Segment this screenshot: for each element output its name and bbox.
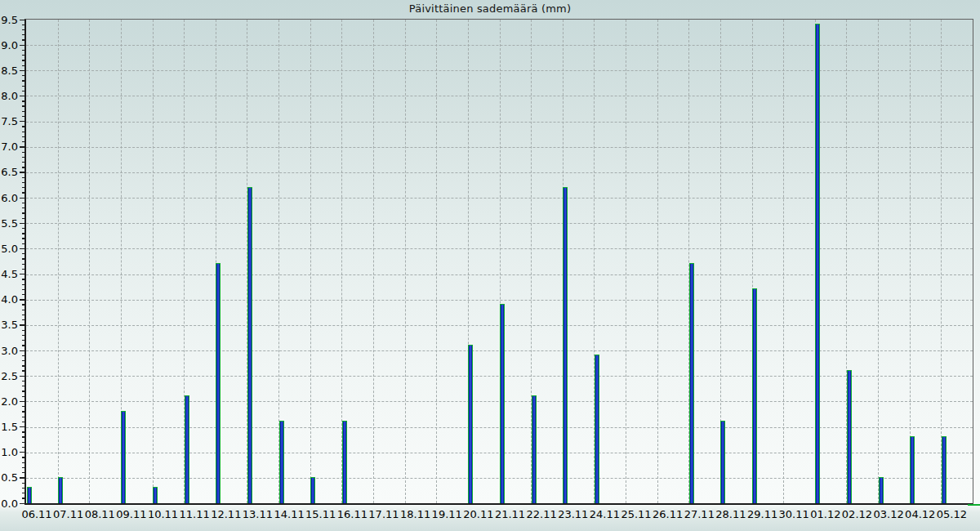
y-tick-label: 2.5 (0, 371, 18, 382)
v-gridline (89, 20, 90, 503)
bar (752, 288, 757, 503)
y-minor-tick (22, 498, 24, 498)
y-major-tick (20, 223, 24, 224)
y-minor-tick (22, 396, 24, 397)
x-tick-label: 19.11 (429, 508, 465, 520)
y-minor-tick (22, 406, 24, 407)
bar (185, 395, 189, 503)
x-tick-label: 25.11 (618, 508, 654, 520)
bar (310, 477, 315, 503)
y-tick-label: 0.5 (0, 472, 18, 483)
y-minor-tick (22, 319, 24, 320)
y-major-tick (20, 20, 24, 20)
x-tick-label: 05.12 (933, 508, 969, 520)
y-minor-tick (22, 192, 24, 193)
y-minor-tick (22, 55, 24, 56)
y-tick-label: 5.5 (0, 218, 18, 229)
bar (879, 477, 884, 503)
y-major-tick (20, 324, 24, 325)
y-minor-tick (22, 111, 24, 112)
bar (689, 263, 694, 503)
y-major-tick (20, 477, 24, 478)
y-minor-tick (22, 294, 24, 295)
x-tick-label: 22.11 (523, 508, 559, 520)
x-tick-label: 13.11 (239, 508, 275, 520)
y-minor-tick (22, 345, 24, 346)
y-minor-tick (22, 50, 24, 51)
y-minor-tick (22, 284, 24, 285)
v-gridline (153, 20, 154, 503)
y-minor-tick (22, 141, 24, 142)
y-minor-tick (22, 488, 24, 489)
y-minor-tick (22, 472, 24, 473)
y-minor-tick (22, 80, 24, 81)
x-tick-label: 18.11 (398, 508, 434, 520)
y-minor-tick (22, 253, 24, 254)
y-minor-tick (22, 39, 24, 40)
y-major-tick (20, 299, 24, 300)
y-minor-tick (22, 29, 24, 30)
x-tick-label: 02.12 (839, 508, 875, 520)
y-minor-tick (22, 182, 24, 183)
y-minor-tick (22, 132, 24, 132)
y-minor-tick (22, 330, 24, 331)
v-gridline (436, 20, 437, 503)
x-tick-label: 06.11 (19, 508, 55, 520)
y-major-tick (20, 121, 24, 122)
bar (815, 24, 820, 503)
y-major-tick (20, 172, 24, 172)
y-minor-tick (22, 422, 24, 422)
bar (595, 355, 599, 503)
y-minor-tick (22, 187, 24, 188)
y-minor-tick (22, 91, 24, 91)
y-minor-tick (22, 360, 24, 361)
x-tick-label: 14.11 (271, 508, 307, 520)
y-minor-tick (22, 100, 24, 101)
y-tick-label: 6.5 (0, 167, 18, 177)
x-tick-label: 20.11 (461, 508, 497, 520)
x-tick-label: 28.11 (713, 508, 749, 520)
bar (847, 370, 852, 503)
y-minor-tick (22, 152, 24, 153)
y-tick-label: 8.0 (0, 91, 18, 101)
y-minor-tick (22, 86, 24, 87)
y-tick-label: 7.5 (0, 116, 18, 127)
y-minor-tick (22, 340, 24, 341)
y-minor-tick (22, 162, 24, 163)
x-tick-label: 10.11 (145, 508, 181, 520)
y-tick-label: 8.5 (0, 65, 18, 76)
y-minor-tick (22, 157, 24, 158)
y-minor-tick (22, 177, 24, 178)
y-major-tick (20, 96, 24, 96)
y-minor-tick (22, 105, 24, 106)
bar (563, 187, 568, 503)
bar (532, 395, 537, 503)
y-tick-label: 5.0 (0, 243, 18, 254)
y-minor-tick (22, 233, 24, 234)
bar (279, 421, 284, 503)
y-minor-tick (22, 370, 24, 371)
y-minor-tick (22, 304, 24, 305)
bar (720, 421, 725, 503)
v-gridline (878, 20, 879, 503)
y-minor-tick (22, 75, 24, 76)
y-minor-tick (22, 212, 24, 213)
y-major-tick (20, 45, 24, 46)
v-gridline (657, 20, 658, 503)
y-major-tick (20, 274, 24, 274)
y-minor-tick (22, 167, 24, 167)
y-minor-tick (22, 483, 24, 484)
y-major-tick (20, 350, 24, 351)
y-minor-tick (22, 60, 24, 60)
v-gridline (373, 20, 374, 503)
zero-line-stub (968, 504, 980, 506)
x-tick-label: 26.11 (650, 508, 686, 520)
bar (342, 421, 347, 503)
y-tick-label: 1.5 (0, 422, 18, 432)
y-minor-tick (22, 381, 24, 382)
y-major-tick (20, 503, 24, 504)
y-minor-tick (22, 390, 24, 391)
x-tick-label: 01.12 (808, 508, 844, 520)
y-minor-tick (22, 126, 24, 127)
plot-area (24, 19, 973, 505)
